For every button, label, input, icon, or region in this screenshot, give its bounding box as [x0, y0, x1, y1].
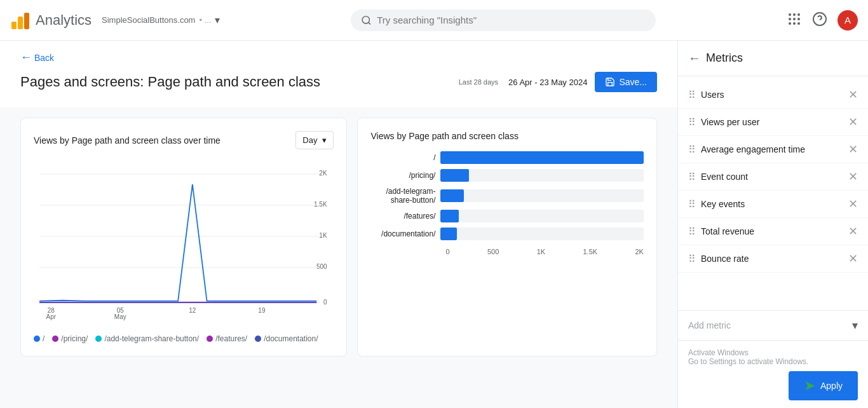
account-suffix: • ... [199, 15, 211, 25]
svg-text:2K: 2K [319, 170, 327, 177]
windows-notice: Activate WindowsGo to Settings to activa… [688, 348, 858, 366]
account-info[interactable]: SimpleSocialButtons.com • ... ▾ [102, 14, 220, 26]
legend-label: / [43, 334, 44, 343]
legend-dot [207, 336, 213, 342]
metric-name: Bounce rate [701, 254, 843, 264]
panel-header: ← Metrics [678, 41, 868, 76]
bar-label: /documentation/ [370, 229, 440, 238]
search-bar[interactable] [351, 10, 656, 31]
analytics-logo-icon [10, 10, 31, 31]
back-label: Back [34, 53, 54, 63]
bar-row: /pricing/ [370, 169, 644, 182]
bar-fill [440, 210, 459, 222]
bar-track [440, 189, 644, 202]
bar-chart-title: Views by Page path and screen class [370, 131, 518, 141]
bar-label: / [370, 153, 440, 162]
panel-title: Metrics [706, 51, 743, 65]
line-chart-card: Views by Page path and screen class over… [20, 118, 347, 357]
svg-text:Apr: Apr [46, 313, 56, 320]
drag-handle-icon[interactable]: ⠿ [688, 144, 696, 156]
remove-metric-button[interactable]: ✕ [848, 88, 858, 102]
apps-grid-icon[interactable] [787, 11, 802, 29]
apply-button[interactable]: ➤ Apply [789, 371, 858, 400]
metric-name: Users [701, 90, 843, 100]
metric-name: Average engagement time [701, 144, 843, 154]
app-body: ← Back Pages and screens: Page path and … [0, 41, 868, 408]
granularity-select[interactable]: Day ▾ [295, 131, 334, 149]
legend-item: /documentation/ [255, 334, 318, 343]
add-metric-dropdown-icon[interactable]: ▾ [852, 318, 858, 332]
legend-label: /pricing/ [61, 334, 88, 343]
add-metric-row[interactable]: Add metric ▾ [678, 310, 868, 340]
line-chart-legend: / /pricing/ /add-telegram-share-button/ … [34, 334, 334, 343]
header-actions: A [787, 10, 858, 31]
drag-handle-icon[interactable]: ⠿ [688, 253, 696, 265]
bar-row: /documentation/ [370, 228, 644, 240]
svg-rect-0 [11, 22, 17, 29]
bar-fill [440, 151, 644, 164]
svg-point-8 [789, 18, 791, 20]
remove-metric-button[interactable]: ✕ [848, 197, 858, 211]
date-label: Last 28 days [459, 78, 498, 86]
save-label: Save... [619, 77, 647, 87]
bar-chart-container: / /pricing/ /add-telegram-share-button/ … [370, 151, 644, 245]
windows-notice-text: Activate WindowsGo to Settings to activa… [688, 348, 808, 366]
svg-line-4 [369, 22, 370, 24]
legend-item: /pricing/ [52, 334, 88, 343]
bar-chart-card: Views by Page path and screen class / /p… [357, 118, 657, 357]
metric-item: ⠿ Users ✕ [678, 81, 868, 109]
bar-label: /features/ [370, 212, 440, 221]
legend-item: / [34, 334, 44, 343]
svg-text:12: 12 [189, 307, 196, 314]
save-button[interactable]: Save... [595, 72, 657, 92]
drag-handle-icon[interactable]: ⠿ [688, 116, 696, 128]
metric-item: ⠿ Bounce rate ✕ [678, 245, 868, 273]
metric-name: Key events [701, 199, 843, 209]
svg-rect-1 [18, 17, 23, 29]
svg-point-6 [793, 13, 796, 16]
search-icon [361, 15, 372, 26]
drag-handle-icon[interactable]: ⠿ [688, 171, 696, 183]
back-link[interactable]: ← Back [20, 51, 657, 64]
bar-fill [440, 189, 464, 202]
legend-dot [34, 336, 40, 342]
remove-metric-button[interactable]: ✕ [848, 170, 858, 184]
bar-chart-xaxis: 0 500 1K 1.5K 2K [370, 248, 644, 255]
svg-point-9 [793, 18, 796, 20]
charts-area: Views by Page path and screen class over… [0, 107, 677, 367]
bar-row: /features/ [370, 210, 644, 222]
account-name: SimpleSocialButtons.com [102, 15, 195, 25]
bar-chart-title-row: Views by Page path and screen class [370, 131, 644, 141]
svg-text:500: 500 [316, 263, 327, 270]
svg-point-10 [797, 18, 800, 20]
x-label: 500 [487, 248, 499, 255]
line-chart-title: Views by Page path and screen class over… [34, 135, 220, 146]
search-input[interactable] [377, 15, 646, 25]
drag-handle-icon[interactable]: ⠿ [688, 89, 696, 101]
legend-dot [255, 336, 261, 342]
metric-item: ⠿ Key events ✕ [678, 191, 868, 218]
remove-metric-button[interactable]: ✕ [848, 115, 858, 129]
metric-item: ⠿ Views per user ✕ [678, 109, 868, 136]
page-title-row: Pages and screens: Page path and screen … [20, 72, 657, 102]
save-icon [605, 77, 615, 87]
granularity-label: Day [302, 135, 317, 145]
drag-handle-icon[interactable]: ⠿ [688, 198, 696, 210]
svg-point-7 [797, 13, 800, 16]
panel-back-button[interactable]: ← [688, 51, 701, 65]
user-avatar[interactable]: A [837, 10, 858, 31]
bar-track [440, 151, 644, 164]
remove-metric-button[interactable]: ✕ [848, 252, 858, 266]
add-metric-label: Add metric [688, 320, 731, 330]
metric-name: Views per user [701, 117, 843, 127]
line-chart-container: 2K 1.5K 1K 500 0 [34, 160, 334, 327]
drag-handle-icon[interactable]: ⠿ [688, 226, 696, 238]
bar-track [440, 228, 644, 240]
back-arrow-icon: ← [20, 51, 32, 64]
svg-text:1K: 1K [319, 232, 327, 239]
remove-metric-button[interactable]: ✕ [848, 224, 858, 238]
bar-fill [440, 228, 457, 240]
help-icon[interactable] [812, 11, 827, 29]
account-dropdown-icon[interactable]: ▾ [215, 14, 220, 26]
remove-metric-button[interactable]: ✕ [848, 142, 858, 156]
